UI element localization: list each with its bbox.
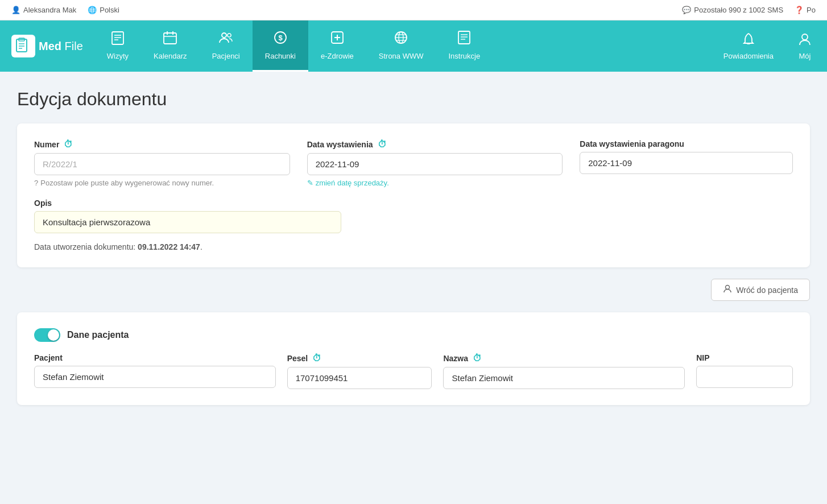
numer-clock-icon[interactable]: ⏱ <box>64 139 73 150</box>
wróć-label: Wróć do pacjenta <box>736 286 798 295</box>
account-icon <box>797 32 812 48</box>
nav-label-moj: Mój <box>799 52 811 60</box>
data-paragonu-input[interactable] <box>580 152 793 174</box>
nav-moj[interactable]: Mój <box>788 32 821 60</box>
nav-label-pacjenci: Pacjenci <box>212 52 240 60</box>
main-content: Edycja dokumentu Numer ⏱ ? Pozostaw pole… <box>0 72 827 433</box>
logo-text: Med File <box>39 40 83 53</box>
zmien-date-link[interactable]: ✎ zmień datę sprzedaży. <box>307 179 563 187</box>
navbar: Med File Wizyty Kalendarz Pacjenci $ Rac… <box>0 20 827 72</box>
edit-icon: ✎ <box>307 179 313 187</box>
ezdrowie-icon <box>330 30 345 48</box>
nav-label-powiadomienia: Powiadomienia <box>723 52 774 60</box>
instrukcje-icon <box>457 30 472 48</box>
field-nip: NIP <box>696 353 793 388</box>
field-numer: Numer ⏱ ? Pozostaw pole puste aby wygene… <box>34 139 290 187</box>
patient-row: Pacjent Pesel ⏱ Nazwa ⏱ <box>34 353 793 389</box>
nazwa-input[interactable] <box>443 367 685 389</box>
nav-item-kalendarz[interactable]: Kalendarz <box>141 20 200 72</box>
nav-label-ezdrowie: e-Zdrowie <box>321 52 354 60</box>
nav-logo[interactable]: Med File <box>6 20 94 72</box>
field-pacjent: Pacjent <box>34 353 276 388</box>
nav-item-stronawww[interactable]: Strona WWW <box>366 20 436 72</box>
opis-input[interactable] <box>34 211 341 233</box>
topbar-help-label: Po <box>807 6 816 14</box>
dane-pacjenta-toggle[interactable] <box>34 328 60 342</box>
svg-point-30 <box>802 34 808 40</box>
field-opis: Opis <box>34 199 341 233</box>
person-icon <box>723 284 732 295</box>
nav-label-rachunki: Rachunki <box>265 52 296 60</box>
nav-label-wizyty: Wizyty <box>107 52 129 60</box>
help-icon: ❓ <box>795 6 804 14</box>
question-icon: ? <box>34 179 38 187</box>
svg-rect-5 <box>112 32 123 44</box>
pacjent-input[interactable] <box>34 366 276 388</box>
data-wystawienia-clock-icon[interactable]: ⏱ <box>378 139 387 150</box>
nav-right: Powiadomienia Mój <box>714 20 821 72</box>
svg-rect-25 <box>458 31 470 44</box>
section-header: Dane pacjenta <box>34 328 793 342</box>
wróć-do-pacjenta-button[interactable]: Wróć do pacjenta <box>711 279 810 301</box>
svg-point-31 <box>726 286 730 290</box>
nazwa-label: Nazwa ⏱ <box>443 353 685 363</box>
svg-point-14 <box>228 34 231 37</box>
data-paragonu-label: Data wystawienia paragonu <box>580 139 793 148</box>
topbar-sms: 💬 Pozostało 990 z 1002 SMS <box>682 6 783 14</box>
pesel-label: Pesel ⏱ <box>287 353 432 363</box>
nav-label-kalendarz: Kalendarz <box>154 52 187 60</box>
nav-label-instrukcje: Instrukcje <box>449 52 481 60</box>
logo-icon <box>11 35 35 57</box>
pacjenci-icon <box>218 30 233 48</box>
topbar-lang-label: Polski <box>100 6 119 14</box>
nav-item-pacjenci[interactable]: Pacjenci <box>200 20 253 72</box>
pacjent-label: Pacjent <box>34 353 276 362</box>
document-form-card: Numer ⏱ ? Pozostaw pole puste aby wygene… <box>17 123 810 267</box>
topbar-username: Aleksandra Mak <box>23 6 76 14</box>
form-row-dates: Numer ⏱ ? Pozostaw pole puste aby wygene… <box>34 139 793 187</box>
action-row: Wróć do pacjenta <box>17 279 810 301</box>
topbar: 👤 Aleksandra Mak 🌐 Polski 💬 Pozostało 99… <box>0 0 827 20</box>
stronawww-icon <box>394 30 408 48</box>
section-title: Dane pacjenta <box>67 330 129 340</box>
field-nazwa: Nazwa ⏱ <box>443 353 685 389</box>
field-data-paragonu: Data wystawienia paragonu <box>580 139 793 174</box>
opis-label: Opis <box>34 199 341 208</box>
topbar-language[interactable]: 🌐 Polski <box>88 6 119 14</box>
svg-rect-9 <box>164 33 176 44</box>
data-wystawienia-input[interactable] <box>307 153 563 175</box>
numer-input[interactable] <box>34 153 290 175</box>
pesel-clock-icon[interactable]: ⏱ <box>312 353 321 363</box>
nazwa-clock-icon[interactable]: ⏱ <box>473 353 482 363</box>
nav-item-instrukcje[interactable]: Instrukcje <box>436 20 493 72</box>
numer-help: ? Pozostaw pole puste aby wygenerować no… <box>34 179 290 187</box>
nav-label-stronawww: Strona WWW <box>379 52 424 60</box>
bell-icon <box>741 32 756 48</box>
nav-item-ezdrowie[interactable]: e-Zdrowie <box>308 20 366 72</box>
nip-input[interactable] <box>696 366 793 388</box>
patient-section-card: Dane pacjenta Pacjent Pesel ⏱ <box>17 312 810 405</box>
sms-icon: 💬 <box>682 6 691 14</box>
nip-label: NIP <box>696 353 793 362</box>
kalendarz-icon <box>163 30 177 48</box>
nav-items: Wizyty Kalendarz Pacjenci $ Rachunki e-Z… <box>94 20 714 72</box>
svg-text:$: $ <box>278 34 283 42</box>
topbar-right: 💬 Pozostało 990 z 1002 SMS ❓ Po <box>682 6 816 14</box>
data-wystawienia-label: Data wystawienia ⏱ <box>307 139 563 150</box>
topbar-help[interactable]: ❓ Po <box>795 6 816 14</box>
pesel-input[interactable] <box>287 367 432 389</box>
creation-date: Data utworzenia dokumentu: 09.11.2022 14… <box>34 242 793 251</box>
page-title: Edycja dokumentu <box>17 89 810 110</box>
field-data-wystawienia: Data wystawienia ⏱ ✎ zmień datę sprzedaż… <box>307 139 563 187</box>
topbar-user[interactable]: 👤 Aleksandra Mak <box>11 6 76 14</box>
rachunki-icon: $ <box>273 30 288 48</box>
nav-powiadomienia[interactable]: Powiadomienia <box>714 32 783 60</box>
nav-item-rachunki[interactable]: $ Rachunki <box>253 20 308 72</box>
topbar-left: 👤 Aleksandra Mak 🌐 Polski <box>11 6 119 14</box>
nav-item-wizyty[interactable]: Wizyty <box>94 20 141 72</box>
svg-point-13 <box>222 33 226 38</box>
field-pesel: Pesel ⏱ <box>287 353 432 389</box>
user-icon: 👤 <box>11 6 20 14</box>
topbar-sms-label: Pozostało 990 z 1002 SMS <box>694 6 783 14</box>
wizyty-icon <box>110 30 125 48</box>
